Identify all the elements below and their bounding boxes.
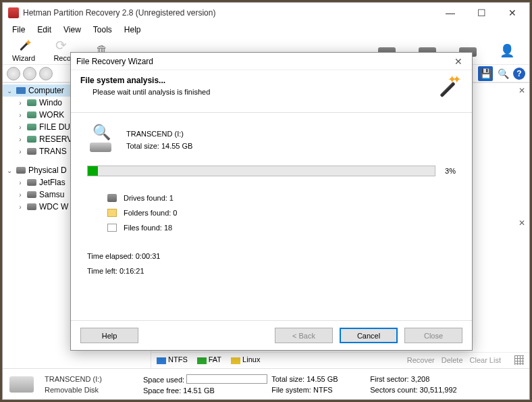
wand-icon xyxy=(15,39,32,53)
wizard-dialog: File Recovery Wizard ✕ File system analy… xyxy=(70,52,473,351)
back-button: < Back xyxy=(275,328,333,343)
cancel-button[interactable]: Cancel xyxy=(340,328,398,343)
progress-row: 3% xyxy=(87,166,456,176)
stat-folders: Folders found: 0 xyxy=(107,209,456,217)
space-used-bar xyxy=(186,374,267,384)
dialog-title: File Recovery Wizard xyxy=(76,57,153,66)
nav-up[interactable] xyxy=(39,67,53,80)
folder-icon xyxy=(107,209,117,217)
legend-fat: FAT xyxy=(197,355,221,363)
menu-edit[interactable]: Edit xyxy=(32,24,57,36)
dialog-subheading: Please wait until analysis is finished xyxy=(80,88,433,96)
legend-ntfs: NTFS xyxy=(157,355,188,363)
action-recover[interactable]: Recover xyxy=(407,356,435,364)
save-button[interactable]: 💾 xyxy=(478,66,493,81)
dialog-titlebar: File Recovery Wizard ✕ xyxy=(71,53,472,70)
menu-view[interactable]: View xyxy=(58,24,86,36)
wand-icon xyxy=(433,76,462,103)
toolbar-user[interactable] xyxy=(491,43,525,58)
legend-bar: NTFS FAT Linux Recover Delete Clear List xyxy=(151,352,529,367)
magnifier-drive-icon xyxy=(87,128,117,152)
drive-size: Total size: 14.55 GB xyxy=(126,142,192,150)
refresh-icon: ⟳ xyxy=(55,39,73,53)
toolbar-wizard[interactable]: Wizard xyxy=(7,39,41,62)
legend-linux: Linux xyxy=(231,355,260,363)
drive-name: TRANSCEND (I:) xyxy=(126,130,192,138)
dialog-close-button[interactable]: ✕ xyxy=(450,56,467,67)
menu-help[interactable]: Help xyxy=(119,24,147,36)
panel-close-icon[interactable]: ✕ xyxy=(518,218,525,228)
maximize-button[interactable]: ☐ xyxy=(466,3,497,23)
help-button[interactable]: Help xyxy=(80,328,138,343)
menu-tools[interactable]: Tools xyxy=(88,24,117,36)
time-elapsed: Time elapsed: 0:00:31 xyxy=(87,252,456,260)
stat-files: Files found: 18 xyxy=(107,224,456,232)
app-icon xyxy=(8,7,19,18)
dialog-body: TRANSCEND (I:) Total size: 14.55 GB 3% D… xyxy=(71,113,472,320)
stat-drives: Drives found: 1 xyxy=(107,194,456,202)
nav-fwd[interactable] xyxy=(23,67,36,80)
time-left: Time left: 0:16:21 xyxy=(87,267,456,275)
progress-bar xyxy=(87,166,435,176)
hdd-icon xyxy=(9,376,34,393)
person-icon xyxy=(500,43,517,58)
menu-file[interactable]: File xyxy=(7,24,30,36)
nav-back[interactable] xyxy=(7,67,20,80)
help-button[interactable]: ? xyxy=(513,68,525,80)
drive-icon xyxy=(107,194,117,202)
dialog-footer: Help < Back Cancel Close xyxy=(71,320,472,350)
panel-close-icon[interactable]: ✕ xyxy=(518,86,525,95)
progress-fill xyxy=(88,166,98,176)
grid-icon[interactable] xyxy=(514,355,524,365)
action-clear[interactable]: Clear List xyxy=(470,356,501,364)
search-button[interactable]: 🔍 xyxy=(496,66,510,81)
menubar: File Edit View Tools Help xyxy=(3,23,529,36)
close-button: Close xyxy=(404,328,462,343)
file-icon xyxy=(107,224,117,232)
titlebar: Hetman Partition Recovery 2.8 (Unregiste… xyxy=(3,3,529,23)
minimize-button[interactable]: — xyxy=(435,3,466,23)
progress-percent: 3% xyxy=(445,167,456,175)
status-type: Removable Disk xyxy=(45,386,139,394)
close-button[interactable]: ✕ xyxy=(497,3,528,23)
status-bar: TRANSCEND (I:) Removable Disk Space used… xyxy=(3,368,529,399)
action-delete[interactable]: Delete xyxy=(442,356,463,364)
dialog-header: File system analysis... Please wait unti… xyxy=(71,70,472,113)
dialog-heading: File system analysis... xyxy=(80,76,433,85)
status-name: TRANSCEND (I:) xyxy=(45,375,139,383)
window-title: Hetman Partition Recovery 2.8 (Unregiste… xyxy=(23,8,435,18)
